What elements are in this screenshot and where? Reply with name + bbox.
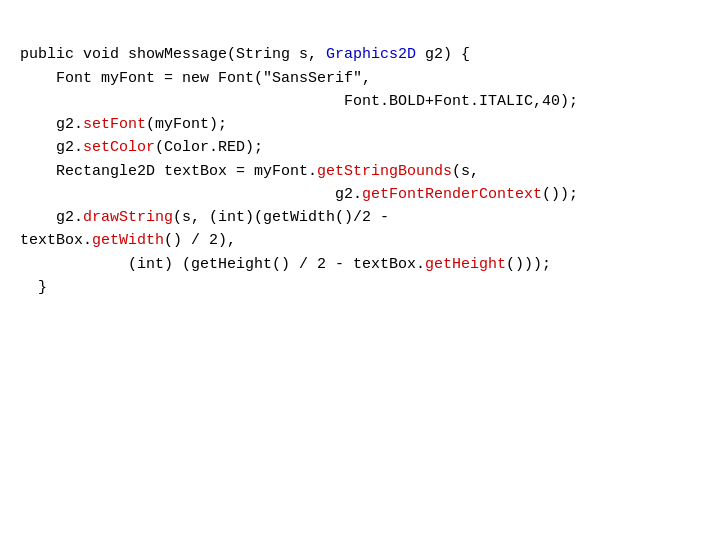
code-token: getFontRenderContext bbox=[362, 186, 542, 203]
code-token: Font.BOLD+Font.ITALIC,40); bbox=[20, 93, 578, 110]
code-token: g2. bbox=[20, 139, 83, 156]
code-token: textBox. bbox=[20, 232, 92, 249]
code-token bbox=[20, 70, 56, 87]
code-token: Graphics2D bbox=[326, 46, 416, 63]
code-line: g2.getFontRenderContext()); bbox=[20, 183, 700, 206]
code-token: g2. bbox=[20, 186, 362, 203]
code-token: drawString bbox=[83, 209, 173, 226]
code-token: (int) (getHeight() / 2 - textBox. bbox=[20, 256, 425, 273]
code-token: ())); bbox=[506, 256, 551, 273]
code-token: ()); bbox=[542, 186, 578, 203]
code-token: (s, bbox=[452, 163, 479, 180]
code-line: (int) (getHeight() / 2 - textBox.getHeig… bbox=[20, 253, 700, 276]
code-line: g2.setColor(Color.RED); bbox=[20, 136, 700, 159]
code-token: g2. bbox=[20, 116, 83, 133]
code-token: getWidth bbox=[92, 232, 164, 249]
code-block: public void showMessage(String s, Graphi… bbox=[0, 0, 720, 319]
code-token: } bbox=[20, 279, 47, 296]
code-token: Font bbox=[56, 70, 92, 87]
code-token: getHeight bbox=[425, 256, 506, 273]
code-token: (myFont); bbox=[146, 116, 227, 133]
code-token: public void showMessage(String s, bbox=[20, 46, 326, 63]
code-line: g2.setFont(myFont); bbox=[20, 113, 700, 136]
code-line: Font.BOLD+Font.ITALIC,40); bbox=[20, 90, 700, 113]
code-token: () / 2), bbox=[164, 232, 236, 249]
code-token: (s, (int)(getWidth()/2 - bbox=[173, 209, 389, 226]
code-line: Font myFont = new Font("SansSerif", bbox=[20, 67, 700, 90]
code-token: g2) { bbox=[416, 46, 470, 63]
code-token: getStringBounds bbox=[317, 163, 452, 180]
code-token: setFont bbox=[83, 116, 146, 133]
code-line: textBox.getWidth() / 2), bbox=[20, 229, 700, 252]
code-line: Rectangle2D textBox = myFont.getStringBo… bbox=[20, 160, 700, 183]
code-token: myFont = new Font("SansSerif", bbox=[92, 70, 371, 87]
code-token: setColor bbox=[83, 139, 155, 156]
code-token: Rectangle2D textBox = myFont. bbox=[20, 163, 317, 180]
code-line: public void showMessage(String s, Graphi… bbox=[20, 43, 700, 66]
code-line: g2.drawString(s, (int)(getWidth()/2 - bbox=[20, 206, 700, 229]
code-line: } bbox=[20, 276, 700, 299]
code-token: (Color.RED); bbox=[155, 139, 263, 156]
code-token: g2. bbox=[20, 209, 83, 226]
